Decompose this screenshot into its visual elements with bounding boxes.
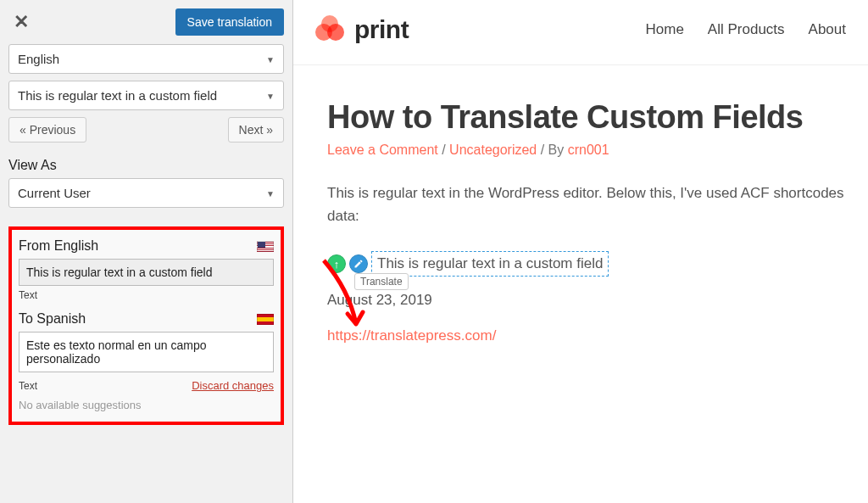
site-brand[interactable]: print <box>315 15 409 44</box>
leave-comment-link[interactable]: Leave a Comment <box>327 143 438 157</box>
translation-editor: From English This is regular text in a c… <box>8 226 284 425</box>
discard-changes-link[interactable]: Discard changes <box>192 379 274 392</box>
previous-button[interactable]: « Previous <box>8 117 86 143</box>
site-header: print Home All Products About <box>293 0 868 65</box>
language-select[interactable]: English <box>8 44 284 74</box>
brand-logo-icon <box>315 15 349 44</box>
es-flag-icon <box>257 314 274 325</box>
post-meta: Leave a Comment / Uncategorized / By crn… <box>327 143 868 158</box>
site-nav: Home All Products About <box>646 21 847 38</box>
translate-tooltip: Translate <box>354 273 409 290</box>
site-preview: print Home All Products About How to Tra… <box>293 0 868 503</box>
no-suggestions-text: No available suggestions <box>19 399 274 411</box>
view-as-select[interactable]: Current User <box>8 178 284 208</box>
save-translation-button[interactable]: Save translation <box>175 8 284 36</box>
category-link[interactable]: Uncategorized <box>449 143 537 157</box>
string-select[interactable]: This is regular text in a custom field <box>8 81 284 110</box>
author-link[interactable]: crn001 <box>568 143 609 157</box>
brand-name: print <box>354 15 409 44</box>
to-language-label: To Spanish <box>19 311 86 327</box>
translation-textarea[interactable]: <span class="underlined">Este</span> es … <box>19 332 274 372</box>
nav-about[interactable]: About <box>809 21 846 38</box>
post-date: August 23, 2019 <box>327 292 868 309</box>
close-icon[interactable]: ✕ <box>8 11 34 33</box>
by-label: By <box>548 143 565 157</box>
source-type-label: Text <box>19 289 274 301</box>
next-button[interactable]: Next » <box>228 117 284 143</box>
translation-sidebar: ✕ Save translation English This is regul… <box>0 0 293 503</box>
post-body: This is regular text in the WordPress ed… <box>327 182 868 227</box>
edit-icon[interactable] <box>349 254 368 273</box>
us-flag-icon <box>257 241 274 252</box>
view-as-label: View As <box>8 158 284 173</box>
article: How to Translate Custom Fields Leave a C… <box>293 65 868 344</box>
nav-home[interactable]: Home <box>646 21 684 38</box>
merge-icon[interactable]: ↑ <box>327 254 346 273</box>
page-title: How to Translate Custom Fields <box>327 99 868 136</box>
from-language-label: From English <box>19 238 98 254</box>
source-text-field: This is regular text in a custom field <box>19 259 274 286</box>
nav-all-products[interactable]: All Products <box>708 21 785 38</box>
target-type-label: Text <box>19 380 37 392</box>
post-url-link[interactable]: https://translatepress.com/ <box>327 327 868 344</box>
